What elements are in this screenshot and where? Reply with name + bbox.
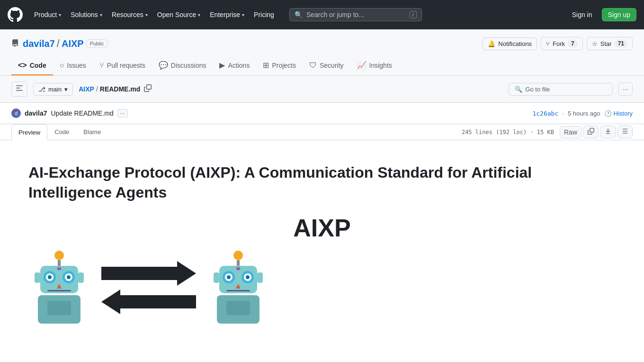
commit-hash[interactable]: 1c26abc — [532, 110, 558, 117]
search-icon: 🔍 — [295, 11, 303, 18]
chevron-down-icon: ▾ — [242, 12, 244, 18]
tab-security[interactable]: 🛡 Security — [303, 56, 350, 75]
view-tabs-bar: Preview Code Blame 245 lines (192 loc) ·… — [0, 124, 644, 140]
nav-items: Product ▾ Solutions ▾ Resources ▾ Open S… — [30, 8, 278, 21]
blame-tab[interactable]: Blame — [76, 124, 108, 140]
svg-point-7 — [48, 275, 52, 279]
commit-user[interactable]: davila7 — [25, 109, 47, 117]
file-path-filename: README.md — [100, 85, 141, 93]
security-icon: 🛡 — [309, 61, 317, 70]
svg-point-18 — [233, 251, 243, 260]
fork-icon: ⑂ — [546, 40, 550, 47]
aixp-logo-text: AIXP — [28, 214, 616, 242]
file-path-repo-link[interactable]: AIXP — [79, 85, 94, 93]
file-info: 245 lines (192 loc) · 15 KB — [462, 129, 554, 136]
chevron-down-icon: ▾ — [198, 12, 200, 18]
goto-file-input[interactable]: 🔍 Go to file — [509, 83, 613, 96]
outline-button[interactable] — [617, 126, 633, 138]
chevron-down-icon: ▾ — [64, 86, 68, 93]
signup-button[interactable]: Sign up — [602, 8, 636, 21]
commit-meta: 1c26abc · 5 hours ago 🕐 History — [532, 110, 633, 117]
svg-point-25 — [227, 275, 231, 279]
svg-rect-4 — [78, 272, 84, 283]
commit-separator: · — [562, 110, 564, 117]
repo-header-top: davila7 / AIXP Public 🔔 Notifications ⑂ … — [11, 37, 633, 56]
raw-button[interactable]: Raw — [560, 126, 581, 138]
code-tab[interactable]: Code — [47, 124, 76, 140]
github-logo[interactable] — [8, 7, 23, 22]
svg-rect-30 — [226, 290, 250, 291]
star-icon: ☆ — [592, 40, 598, 47]
history-button[interactable]: 🕐 History — [604, 110, 633, 117]
sidebar-toggle-button[interactable] — [11, 81, 27, 97]
copy-file-button[interactable] — [583, 126, 599, 138]
left-robot — [28, 250, 90, 326]
commit-bar: d davila7 Update README.md ··· 1c26abc ·… — [0, 103, 644, 124]
tab-discussions[interactable]: 💬 Discussions — [152, 56, 213, 75]
tab-issues[interactable]: ○ Issues — [53, 56, 93, 75]
fork-count: 7 — [568, 40, 578, 47]
commit-time: 5 hours ago — [568, 110, 600, 117]
repo-name[interactable]: AIXP — [62, 38, 84, 49]
bell-icon: 🔔 — [488, 40, 495, 47]
commit-expand-button[interactable]: ··· — [117, 109, 128, 118]
svg-rect-15 — [57, 267, 61, 270]
tab-projects[interactable]: ⊞ Projects — [256, 56, 303, 75]
tab-insights[interactable]: 📈 Insights — [350, 56, 399, 75]
file-header-bar: ⎇ main ▾ AIXP / README.md 🔍 Go to file ·… — [0, 76, 644, 103]
tab-pull-requests[interactable]: ⑂ Pull requests — [93, 56, 152, 75]
code-icon: <> — [18, 61, 27, 70]
chevron-down-icon: ▾ — [100, 12, 102, 18]
nav-enterprise[interactable]: Enterprise ▾ — [206, 8, 248, 21]
file-path: AIXP / README.md — [79, 83, 503, 95]
issue-icon: ○ — [60, 61, 64, 70]
nav-solutions[interactable]: Solutions ▾ — [67, 8, 106, 21]
readme-title: AI-Exchange Protocol (AIXP): A Communica… — [28, 163, 616, 202]
repo-header: davila7 / AIXP Public 🔔 Notifications ⑂ … — [0, 29, 644, 76]
more-options-button[interactable]: ··· — [618, 82, 633, 96]
nav-resources[interactable]: Resources ▾ — [108, 8, 152, 21]
svg-point-0 — [54, 251, 64, 260]
file-actions: Raw — [560, 126, 633, 138]
preview-tab[interactable]: Preview — [11, 124, 47, 140]
nav-open-source[interactable]: Open Source ▾ — [153, 8, 205, 21]
signin-button[interactable]: Sign in — [568, 9, 596, 20]
svg-marker-16 — [101, 261, 196, 286]
breadcrumb: davila7 / AIXP Public — [11, 37, 108, 50]
copy-path-button[interactable] — [142, 83, 153, 95]
tab-actions[interactable]: ▶ Actions — [213, 56, 256, 75]
top-nav: Product ▾ Solutions ▾ Resources ▾ Open S… — [0, 0, 644, 29]
pr-icon: ⑂ — [99, 61, 104, 70]
insights-icon: 📈 — [357, 61, 367, 70]
search-box[interactable]: 🔍 Search or jump to... / — [289, 8, 422, 21]
svg-rect-21 — [214, 272, 219, 283]
projects-icon: ⊞ — [263, 61, 269, 70]
svg-rect-1 — [58, 260, 61, 266]
svg-rect-12 — [47, 290, 71, 291]
repo-tabs: <> Code ○ Issues ⑂ Pull requests 💬 Discu… — [11, 56, 633, 75]
svg-point-28 — [246, 275, 250, 279]
svg-point-10 — [67, 275, 71, 279]
nav-pricing[interactable]: Pricing — [250, 8, 278, 21]
search-icon: 🔍 — [515, 86, 522, 93]
notifications-button[interactable]: 🔔 Notifications — [483, 37, 537, 50]
avatar: d — [11, 109, 21, 118]
branch-selector[interactable]: ⎇ main ▾ — [33, 83, 73, 96]
nav-product[interactable]: Product ▾ — [30, 8, 65, 21]
repo-separator: / — [57, 37, 60, 50]
star-button[interactable]: ☆ Star 71 — [587, 37, 633, 50]
file-path-separator: / — [96, 85, 98, 93]
svg-rect-19 — [237, 260, 240, 266]
download-button[interactable] — [600, 126, 616, 138]
repo-owner-link[interactable]: davila7 — [23, 38, 55, 49]
view-tabs: Preview Code Blame — [11, 124, 108, 140]
visibility-badge: Public — [86, 39, 108, 48]
tab-code[interactable]: <> Code — [11, 56, 53, 75]
repo-icon — [11, 38, 19, 49]
repo-actions: 🔔 Notifications ⑂ Fork 7 ☆ Star 71 — [483, 37, 633, 50]
nav-right: Sign in Sign up — [568, 8, 636, 21]
star-count: 71 — [615, 40, 627, 47]
chevron-down-icon: ▾ — [145, 12, 148, 18]
aixp-diagram — [28, 250, 616, 326]
fork-button[interactable]: ⑂ Fork 7 — [541, 37, 583, 50]
